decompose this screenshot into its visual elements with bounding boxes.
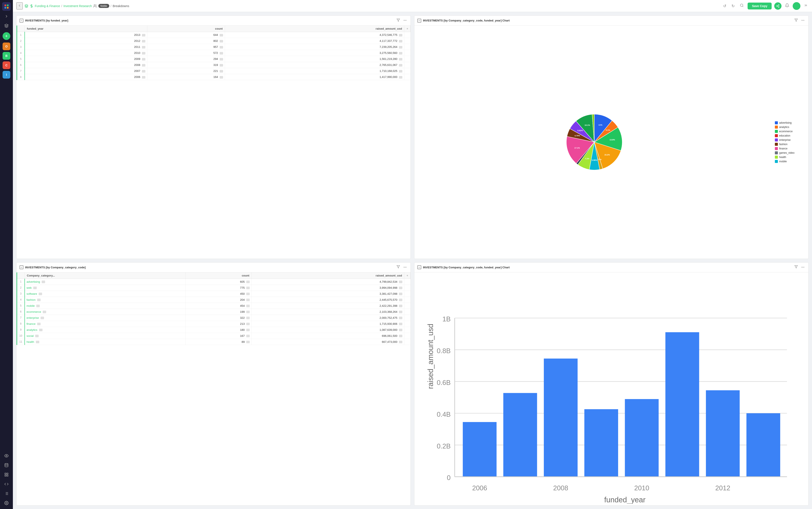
cell-menu-cat[interactable] [37,299,41,301]
cell-menu-icon3[interactable] [399,76,402,78]
cell-menu-icon3[interactable] [399,34,402,36]
panel-filter-button-2[interactable] [793,18,799,23]
cell-category[interactable]: mobile [25,303,185,309]
col-raised-amount[interactable]: raised_amount_usd [225,26,404,32]
cell-menu-raised[interactable] [399,335,402,337]
cell-funded-year[interactable]: 2011 [25,44,147,50]
sidebar-list-icon[interactable] [3,490,10,498]
cell-menu-icon2[interactable] [219,34,223,36]
cell-category[interactable]: fashion [25,297,185,303]
panel-filter-button-1[interactable] [396,18,401,23]
cell-funded-year[interactable]: 2010 [25,50,147,56]
cell-menu-raised[interactable] [399,329,402,331]
collapse-button[interactable] [803,3,809,9]
add-button[interactable]: + [3,32,10,40]
cell-menu-cnt[interactable] [246,305,250,307]
user-avatar[interactable] [793,2,801,10]
sidebar-item-i[interactable]: I [3,71,10,78]
cell-menu-icon[interactable] [142,34,145,36]
cell-category[interactable]: advertising [25,279,185,285]
breadcrumb-research[interactable]: Investment Research [63,4,92,8]
cell-menu-icon[interactable] [142,46,145,48]
cell-menu-icon[interactable] [142,76,145,78]
cell-menu-cat[interactable] [37,323,41,325]
col-count-2[interactable]: count [185,272,251,279]
cell-menu-cat[interactable] [36,305,40,307]
cell-menu-cat[interactable] [43,311,46,313]
cell-menu-icon2[interactable] [219,46,223,48]
save-copy-button[interactable]: Save Copy [748,3,772,9]
cell-funded-year[interactable]: 2007 [25,68,147,74]
cell-category[interactable]: social [25,333,185,339]
cell-funded-year[interactable]: 2012 [25,38,147,44]
cell-menu-icon2[interactable] [219,52,223,55]
undo-button[interactable]: ↺ [722,3,728,9]
cell-menu-raised[interactable] [399,317,402,319]
cell-menu-icon2[interactable] [219,70,223,73]
panel-more-button-3[interactable]: ··· [403,265,407,270]
sidebar-grid-icon[interactable] [3,471,10,478]
cell-menu-icon[interactable] [142,64,145,67]
sidebar-database-icon[interactable] [3,461,10,469]
cell-menu-raised[interactable] [399,341,402,343]
notifications-button[interactable] [784,2,790,9]
cell-category[interactable]: enterprise [25,315,185,321]
cell-menu-cnt[interactable] [246,299,250,301]
cell-menu-icon3[interactable] [399,40,402,42]
cell-menu-icon2[interactable] [219,58,223,61]
cell-menu-cat[interactable] [41,317,44,319]
cell-menu-cnt[interactable] [246,323,250,325]
share-button[interactable] [774,2,781,10]
cell-menu-icon[interactable] [142,52,145,55]
cell-menu-raised[interactable] [399,280,402,283]
panel-more-button-1[interactable]: ··· [403,18,407,23]
cell-menu-icon3[interactable] [399,52,402,55]
cell-menu-icon2[interactable] [219,76,223,78]
breadcrumb-funding[interactable]: Funding & Finance [35,4,60,8]
cell-menu-icon[interactable] [142,70,145,73]
sidebar-settings-icon[interactable] [3,499,10,507]
cell-menu-cat[interactable] [35,335,39,337]
col-count[interactable]: count [147,26,225,32]
nav-back-icon[interactable] [16,2,23,9]
cell-menu-cnt[interactable] [246,341,250,343]
cell-menu-cnt[interactable] [246,293,250,295]
cell-menu-icon2[interactable] [219,64,223,67]
cell-menu-raised[interactable] [399,311,402,313]
cell-menu-cat[interactable] [33,286,37,289]
panel-filter-button-3[interactable] [396,265,401,270]
cell-menu-cnt[interactable] [246,317,250,319]
sidebar-eye-icon[interactable] [3,452,10,460]
cell-category[interactable]: analytics [25,327,185,333]
cell-funded-year[interactable]: 2013 [25,32,147,38]
sidebar-collapse-icon[interactable] [3,12,10,20]
cell-menu-icon3[interactable] [399,58,402,61]
cell-category[interactable]: web [25,285,185,291]
panel-more-button-4[interactable]: ··· [801,265,805,270]
col-add-1[interactable]: + [404,26,410,32]
redo-button[interactable]: ↻ [730,3,736,9]
cell-menu-raised[interactable] [399,323,402,325]
cell-menu-cnt[interactable] [246,286,250,289]
cell-menu-raised[interactable] [399,293,402,295]
cell-funded-year[interactable]: 2009 [25,56,147,62]
cell-menu-cat[interactable] [36,341,39,343]
cell-category[interactable]: ecommerce [25,309,185,315]
cell-funded-year[interactable]: 2008 [25,62,147,68]
cell-menu-icon3[interactable] [399,70,402,73]
cell-menu-icon3[interactable] [399,46,402,48]
col-raised-2[interactable]: raised_amount_usd [251,272,404,279]
cell-menu-icon3[interactable] [399,64,402,67]
col-category[interactable]: Company_category... [25,272,185,279]
cell-menu-cat[interactable] [39,329,42,331]
sidebar-item-c[interactable]: C [3,61,10,69]
cell-menu-raised[interactable] [399,299,402,301]
cell-menu-icon[interactable] [142,58,145,61]
col-funded-year[interactable]: funded_year [25,26,147,32]
sidebar-layers-icon[interactable] [3,22,10,30]
cell-menu-icon[interactable] [142,40,145,42]
cell-category[interactable]: health [25,339,185,345]
cell-menu-cnt[interactable] [246,329,250,331]
panel-more-button-2[interactable]: ··· [801,18,805,23]
panel-filter-button-4[interactable] [793,265,799,270]
